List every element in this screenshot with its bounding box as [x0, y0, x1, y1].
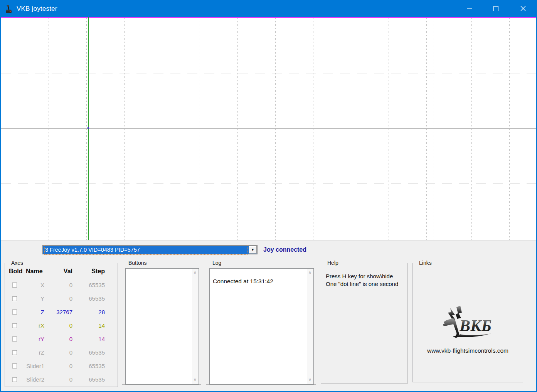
grid-hline	[1, 183, 536, 183]
axis-step: 65535	[75, 376, 106, 383]
axis-name: rZ	[26, 349, 45, 356]
axis-step: 65535	[75, 282, 106, 288]
close-button[interactable]	[514, 0, 532, 17]
axis-name: Y	[26, 295, 45, 302]
axis-value: 0	[45, 363, 75, 369]
axis-row: rY014	[9, 332, 114, 346]
log-groupbox-label: Log	[211, 260, 223, 266]
log-entries: Connected at 15:31:42	[213, 278, 304, 286]
window-body: 3 FreeJoy v1.7.0 VID=0483 PID=5757 ▼ Joy…	[0, 17, 537, 392]
z-trace-dot	[88, 127, 89, 129]
titlebar[interactable]: VKB joytester	[0, 0, 537, 17]
log-list[interactable]: Connected at 15:31:42 ∧ ∨	[209, 268, 314, 385]
axis-step: 14	[75, 336, 106, 342]
axis-row: Slider2065535	[9, 373, 114, 386]
axis-row: Z3276728	[9, 305, 114, 319]
axes-table-header: Bold Name Val Step	[9, 268, 106, 275]
help-line: One "dot line" is one second	[326, 280, 404, 288]
help-groupbox: Help Press H key for show\hideOne "dot l…	[321, 263, 408, 384]
maximize-icon	[493, 6, 498, 11]
axis-bold-checkbox[interactable]	[12, 336, 17, 342]
help-line: Press H key for show\hide	[326, 273, 404, 280]
help-groupbox-label: Help	[326, 260, 340, 266]
axis-step: 65535	[75, 363, 106, 369]
axis-name: Slider1	[26, 363, 45, 369]
scroll-down-icon[interactable]: ∨	[192, 377, 198, 383]
axis-step: 14	[75, 322, 106, 329]
axis-value: 0	[45, 349, 75, 356]
links-groupbox-label: Links	[417, 260, 433, 266]
buttons-list[interactable]: ∧ ∨	[125, 268, 199, 385]
axis-step: 65535	[75, 349, 106, 356]
axes-groupbox: Axes Bold Name Val Step X065535Y065535Z3…	[5, 263, 118, 387]
axis-name: Slider2	[26, 376, 45, 383]
axis-bold-checkbox[interactable]	[12, 283, 17, 288]
buttons-groupbox-label: Buttons	[127, 260, 148, 266]
axis-row: Slider1065535	[9, 359, 114, 373]
device-select[interactable]: 3 FreeJoy v1.7.0 VID=0483 PID=5757 ▼	[42, 245, 258, 254]
chevron-down-icon[interactable]: ▼	[249, 246, 257, 254]
axes-groupbox-label: Axes	[10, 260, 25, 266]
grid-hline	[1, 74, 536, 74]
time-cursor-line	[88, 17, 89, 240]
links-groupbox: Links ВКБ www.vkb-flightsim	[412, 263, 523, 382]
axis-bold-checkbox[interactable]	[12, 310, 17, 315]
device-select-value: 3 FreeJoy v1.7.0 VID=0483 PID=5757	[45, 246, 247, 254]
axis-row: X065535	[9, 278, 114, 292]
axis-bold-checkbox[interactable]	[12, 377, 17, 382]
window-title: VKB joytester	[17, 5, 57, 13]
axis-name: Z	[26, 309, 45, 315]
axis-bold-checkbox[interactable]	[12, 323, 17, 328]
axes-header-name: Name	[26, 268, 45, 275]
vkb-logo[interactable]: ВКБ	[433, 305, 503, 342]
vkb-logo-text: ВКБ	[459, 317, 492, 335]
scope-chart	[1, 17, 536, 240]
axis-step: 65535	[75, 295, 106, 302]
axis-value: 0	[45, 376, 75, 383]
axis-value: 32767	[45, 309, 75, 315]
axis-row: Y065535	[9, 292, 114, 305]
axis-name: X	[26, 282, 45, 288]
axis-name: rX	[26, 322, 45, 329]
axis-name: rY	[26, 336, 45, 342]
axes-header-bold: Bold	[9, 268, 26, 275]
buttons-list-scrollbar[interactable]: ∧ ∨	[192, 269, 198, 384]
axes-header-step: Step	[75, 268, 106, 275]
axis-value: 0	[45, 282, 75, 288]
axis-value: 0	[45, 295, 75, 302]
minimize-icon	[467, 8, 472, 9]
axis-row: rZ065535	[9, 346, 114, 359]
buttons-groupbox: Buttons ∧ ∨	[122, 263, 201, 385]
minimize-button[interactable]	[460, 0, 478, 17]
axes-rows: X065535Y065535Z3276728rX014rY014rZ065535…	[9, 278, 114, 386]
connection-status: Joy connected	[263, 245, 306, 254]
axis-trace-line	[1, 17, 536, 18]
axis-row: rX014	[9, 319, 114, 332]
control-panel: 3 FreeJoy v1.7.0 VID=0483 PID=5757 ▼ Joy…	[1, 240, 536, 391]
axis-bold-checkbox[interactable]	[12, 296, 17, 301]
axis-bold-checkbox[interactable]	[12, 363, 17, 368]
log-groupbox: Log Connected at 15:31:42 ∧ ∨	[206, 263, 316, 385]
axis-value: 0	[45, 336, 75, 342]
axis-value: 0	[45, 322, 75, 329]
grid-center-line	[1, 128, 536, 129]
website-link[interactable]: www.vkb-flightsimcontrols.com	[413, 347, 523, 354]
axes-header-val: Val	[45, 268, 75, 275]
log-entry: Connected at 15:31:42	[213, 278, 304, 285]
help-text: Press H key for show\hideOne "dot line" …	[326, 273, 404, 288]
joystick-icon	[5, 5, 13, 13]
axis-step: 28	[75, 309, 106, 315]
scroll-down-icon[interactable]: ∨	[307, 377, 313, 383]
scroll-up-icon[interactable]: ∧	[307, 270, 313, 276]
scroll-up-icon[interactable]: ∧	[192, 270, 198, 276]
close-icon	[520, 5, 526, 12]
log-list-scrollbar[interactable]: ∧ ∨	[307, 269, 313, 384]
maximize-button[interactable]	[487, 0, 505, 17]
axis-bold-checkbox[interactable]	[12, 350, 17, 355]
app-window: VKB joytester 3 FreeJoy v1.7.0 VID=0483 …	[0, 0, 537, 392]
